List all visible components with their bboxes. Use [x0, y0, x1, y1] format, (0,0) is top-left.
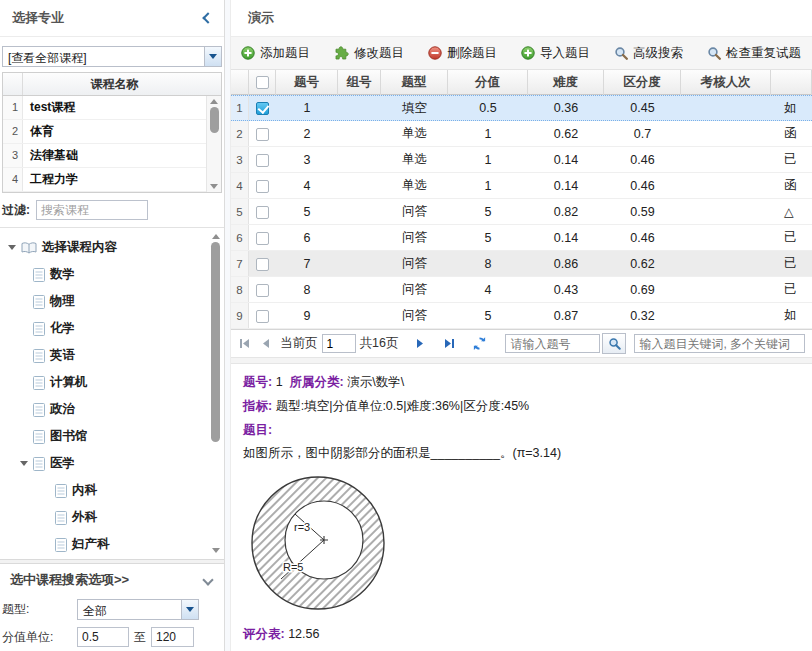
course-row[interactable]: 2体育 [3, 120, 206, 144]
import-question-button[interactable]: 导入题目 [521, 45, 590, 62]
column-header[interactable]: 考核人次 [681, 70, 771, 95]
scroll-down-icon[interactable] [210, 184, 218, 189]
combo-trigger-button[interactable] [204, 47, 221, 66]
cell-checkbox[interactable] [249, 282, 276, 296]
question-row[interactable]: 11填空0.50.360.45如 [231, 95, 812, 121]
cell-qno: 7 [276, 257, 338, 271]
tree-scrollbar[interactable] [209, 234, 222, 553]
add-question-button[interactable]: 添加题目 [241, 45, 310, 62]
outer-radius-label: R=5 [283, 561, 304, 573]
cell-checkbox[interactable] [249, 178, 276, 192]
refresh-icon[interactable] [472, 336, 487, 351]
cell-checkbox[interactable] [249, 152, 276, 166]
filter-label: 过滤: [2, 202, 30, 219]
row-checkbox[interactable] [256, 102, 269, 115]
add-icon [521, 46, 535, 60]
cell-checkbox[interactable] [249, 308, 276, 322]
question-number-search-input[interactable] [505, 334, 600, 353]
column-header[interactable]: 区分度 [604, 70, 681, 95]
column-header[interactable]: 题号 [276, 70, 338, 95]
expander-icon[interactable] [8, 245, 16, 250]
scrollbar-thumb[interactable] [210, 107, 219, 133]
cell-preview: 已 [771, 255, 812, 272]
tree-item[interactable]: 数学 [0, 261, 224, 288]
course-grid-scrollbar[interactable] [206, 96, 221, 192]
combo-trigger-button[interactable] [181, 600, 198, 619]
tree-root-item[interactable]: 选择课程内容 [0, 234, 224, 261]
collapse-panel-icon[interactable] [202, 12, 213, 23]
row-checkbox[interactable] [256, 258, 269, 271]
column-header[interactable]: 题型 [381, 70, 448, 95]
scroll-up-icon[interactable] [210, 99, 218, 104]
score-from-input[interactable] [77, 627, 129, 647]
course-row[interactable]: 1test课程 [3, 96, 206, 120]
tree-item[interactable]: 医学 [0, 450, 224, 477]
cell-checkbox[interactable] [249, 126, 276, 140]
row-checkbox[interactable] [256, 232, 269, 245]
score-to-input[interactable] [151, 627, 194, 647]
select-all-checkbox[interactable] [256, 76, 269, 89]
row-checkbox[interactable] [256, 128, 269, 141]
tree-item[interactable]: 计算机 [0, 369, 224, 396]
next-page-button[interactable] [414, 337, 427, 350]
chevron-down-icon[interactable] [202, 574, 213, 585]
column-header[interactable]: 难度 [528, 70, 604, 95]
course-filter-row: 过滤: [0, 193, 224, 227]
row-checkbox[interactable] [256, 154, 269, 167]
question-row[interactable]: 33单选10.140.46已 [231, 147, 812, 173]
cell-checkbox[interactable] [249, 256, 276, 270]
cell-checkbox[interactable] [249, 204, 276, 218]
document-icon [33, 430, 45, 444]
score-table-line: 评分表: 12.56 [243, 625, 800, 644]
question-row[interactable]: 88问答40.430.69已 [231, 277, 812, 303]
search-options-header[interactable]: 选中课程搜索选项>> [0, 564, 224, 596]
question-type-combo[interactable]: 全部 [77, 599, 199, 620]
question-row[interactable]: 22单选10.620.7函 [231, 121, 812, 147]
column-header[interactable]: 组号 [338, 70, 381, 95]
question-row[interactable]: 99问答50.870.32如 [231, 303, 812, 329]
cell-qno: 5 [276, 205, 338, 219]
scroll-down-icon[interactable] [212, 548, 220, 553]
horizontal-splitter[interactable] [231, 357, 812, 364]
check-duplicates-button[interactable]: 检查重复试题 [707, 45, 801, 62]
tree-item[interactable]: 外科 [0, 504, 224, 531]
question-row[interactable]: 77问答80.860.62已 [231, 251, 812, 277]
course-row[interactable]: 4工程力学 [3, 168, 206, 192]
first-page-button[interactable] [238, 337, 251, 350]
document-icon [55, 484, 67, 498]
cell-checkbox[interactable] [249, 230, 276, 244]
expander-icon[interactable] [20, 461, 28, 466]
tree-item[interactable]: 化学 [0, 315, 224, 342]
row-checkbox[interactable] [256, 206, 269, 219]
delete-question-button[interactable]: 删除题目 [428, 45, 497, 62]
course-row[interactable]: 3法律基础 [3, 144, 206, 168]
row-checkbox[interactable] [256, 180, 269, 193]
cell-score: 0.5 [448, 101, 528, 115]
tree-item[interactable]: 英语 [0, 342, 224, 369]
advanced-search-button[interactable]: 高级搜索 [614, 45, 683, 62]
column-header[interactable]: 分值 [448, 70, 528, 95]
course-filter-combo[interactable]: [查看全部课程] [2, 46, 222, 67]
last-page-button[interactable] [443, 337, 456, 350]
question-row[interactable]: 55问答50.820.59△ [231, 199, 812, 225]
tree-item[interactable]: 物理 [0, 288, 224, 315]
tree-item[interactable]: 图书馆 [0, 423, 224, 450]
page-number-input[interactable] [322, 334, 356, 353]
row-checkbox[interactable] [256, 284, 269, 297]
question-row[interactable]: 66问答50.140.46已 [231, 225, 812, 251]
tree-item[interactable]: 内科 [0, 477, 224, 504]
question-toolbar: 添加题目修改题目删除题目导入题目高级搜索检查重复试题 [231, 37, 812, 70]
tree-item[interactable]: 政治 [0, 396, 224, 423]
cell-checkbox[interactable] [249, 101, 276, 115]
edit-question-button[interactable]: 修改题目 [334, 45, 404, 62]
course-name-header[interactable]: 课程名称 [23, 73, 206, 95]
search-button[interactable] [602, 333, 626, 354]
course-search-input[interactable] [36, 200, 148, 220]
row-checkbox[interactable] [256, 310, 269, 323]
tree-item[interactable]: 妇产科 [0, 531, 224, 558]
scroll-up-icon[interactable] [212, 234, 220, 239]
prev-page-button[interactable] [259, 337, 272, 350]
scrollbar-thumb[interactable] [211, 242, 220, 442]
keyword-search-input[interactable] [634, 334, 805, 353]
question-row[interactable]: 44单选10.140.46函 [231, 173, 812, 199]
